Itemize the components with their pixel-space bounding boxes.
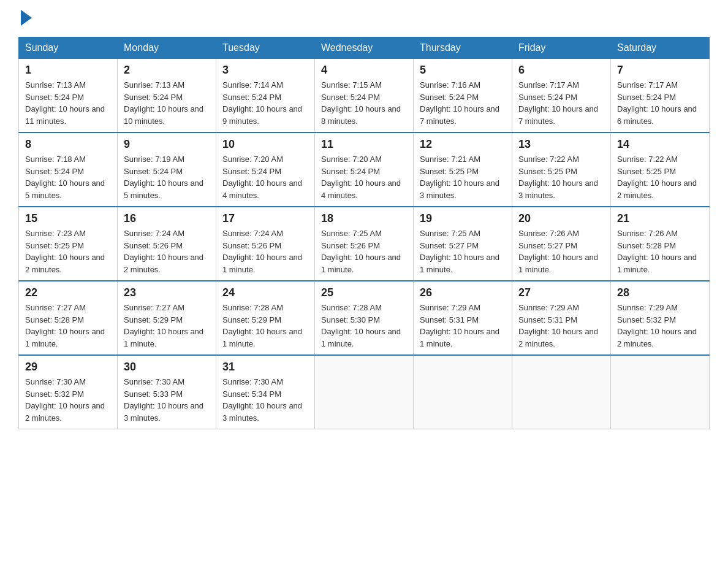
day-number: 3 xyxy=(222,64,308,77)
calendar-cell: 25Sunrise: 7:28 AMSunset: 5:30 PMDayligh… xyxy=(315,281,414,355)
day-number: 16 xyxy=(124,212,210,225)
calendar-cell: 4Sunrise: 7:15 AMSunset: 5:24 PMDaylight… xyxy=(315,59,414,133)
day-info: Sunrise: 7:30 AMSunset: 5:33 PMDaylight:… xyxy=(124,376,210,424)
calendar-cell: 20Sunrise: 7:26 AMSunset: 5:27 PMDayligh… xyxy=(512,207,611,281)
day-number: 2 xyxy=(124,64,210,77)
day-info: Sunrise: 7:29 AMSunset: 5:32 PMDaylight:… xyxy=(617,302,703,350)
calendar-cell: 27Sunrise: 7:29 AMSunset: 5:31 PMDayligh… xyxy=(512,281,611,355)
day-info: Sunrise: 7:22 AMSunset: 5:25 PMDaylight:… xyxy=(518,153,604,201)
calendar-week-row: 29Sunrise: 7:30 AMSunset: 5:32 PMDayligh… xyxy=(19,355,710,429)
calendar-cell: 13Sunrise: 7:22 AMSunset: 5:25 PMDayligh… xyxy=(512,132,611,207)
day-number: 30 xyxy=(124,361,210,373)
day-info: Sunrise: 7:26 AMSunset: 5:27 PMDaylight:… xyxy=(518,228,604,275)
calendar-cell: 26Sunrise: 7:29 AMSunset: 5:31 PMDayligh… xyxy=(414,281,512,355)
header-monday: Monday xyxy=(118,37,216,59)
day-number: 29 xyxy=(25,361,111,373)
calendar-cell xyxy=(414,355,512,429)
day-info: Sunrise: 7:30 AMSunset: 5:34 PMDaylight:… xyxy=(222,376,308,424)
day-info: Sunrise: 7:29 AMSunset: 5:31 PMDaylight:… xyxy=(518,302,604,350)
calendar-cell xyxy=(315,355,414,429)
calendar-header-row: SundayMondayTuesdayWednesdayThursdayFrid… xyxy=(19,37,710,59)
calendar-cell: 10Sunrise: 7:20 AMSunset: 5:24 PMDayligh… xyxy=(216,132,315,207)
header-saturday: Saturday xyxy=(611,37,710,59)
day-number: 13 xyxy=(518,138,604,151)
day-info: Sunrise: 7:16 AMSunset: 5:24 PMDaylight:… xyxy=(420,79,506,127)
day-info: Sunrise: 7:26 AMSunset: 5:28 PMDaylight:… xyxy=(617,228,703,275)
day-info: Sunrise: 7:20 AMSunset: 5:24 PMDaylight:… xyxy=(222,153,308,201)
day-number: 6 xyxy=(518,64,604,77)
day-number: 26 xyxy=(420,286,506,299)
day-info: Sunrise: 7:22 AMSunset: 5:25 PMDaylight:… xyxy=(617,153,703,201)
day-info: Sunrise: 7:24 AMSunset: 5:26 PMDaylight:… xyxy=(124,228,210,275)
calendar-cell: 28Sunrise: 7:29 AMSunset: 5:32 PMDayligh… xyxy=(611,281,710,355)
day-number: 23 xyxy=(124,286,210,299)
calendar-week-row: 1Sunrise: 7:13 AMSunset: 5:24 PMDaylight… xyxy=(19,59,710,133)
calendar-cell: 8Sunrise: 7:18 AMSunset: 5:24 PMDaylight… xyxy=(19,132,118,207)
day-number: 10 xyxy=(222,138,308,151)
calendar-cell: 3Sunrise: 7:14 AMSunset: 5:24 PMDaylight… xyxy=(216,59,315,133)
day-number: 19 xyxy=(420,212,506,225)
day-info: Sunrise: 7:24 AMSunset: 5:26 PMDaylight:… xyxy=(222,228,308,275)
day-number: 1 xyxy=(25,64,111,77)
calendar-cell: 24Sunrise: 7:28 AMSunset: 5:29 PMDayligh… xyxy=(216,281,315,355)
calendar-cell xyxy=(512,355,611,429)
day-number: 18 xyxy=(321,212,407,225)
day-number: 12 xyxy=(420,138,506,151)
day-number: 20 xyxy=(518,212,604,225)
day-number: 28 xyxy=(617,286,703,299)
day-info: Sunrise: 7:19 AMSunset: 5:24 PMDaylight:… xyxy=(124,153,210,201)
day-number: 11 xyxy=(321,138,407,151)
day-number: 31 xyxy=(222,361,308,373)
calendar-week-row: 22Sunrise: 7:27 AMSunset: 5:28 PMDayligh… xyxy=(19,281,710,355)
day-number: 4 xyxy=(321,64,407,77)
day-number: 14 xyxy=(617,138,703,151)
calendar-cell: 18Sunrise: 7:25 AMSunset: 5:26 PMDayligh… xyxy=(315,207,414,281)
day-number: 15 xyxy=(25,212,111,225)
day-number: 7 xyxy=(617,64,703,77)
header-tuesday: Tuesday xyxy=(216,37,315,59)
calendar-cell: 6Sunrise: 7:17 AMSunset: 5:24 PMDaylight… xyxy=(512,59,611,133)
calendar-week-row: 8Sunrise: 7:18 AMSunset: 5:24 PMDaylight… xyxy=(19,132,710,207)
day-info: Sunrise: 7:13 AMSunset: 5:24 PMDaylight:… xyxy=(25,79,111,127)
calendar-cell: 1Sunrise: 7:13 AMSunset: 5:24 PMDaylight… xyxy=(19,59,118,133)
day-info: Sunrise: 7:13 AMSunset: 5:24 PMDaylight:… xyxy=(124,79,210,127)
day-info: Sunrise: 7:25 AMSunset: 5:26 PMDaylight:… xyxy=(321,228,407,275)
day-info: Sunrise: 7:21 AMSunset: 5:25 PMDaylight:… xyxy=(420,153,506,201)
day-info: Sunrise: 7:28 AMSunset: 5:29 PMDaylight:… xyxy=(222,302,308,350)
calendar-cell: 31Sunrise: 7:30 AMSunset: 5:34 PMDayligh… xyxy=(216,355,315,429)
calendar-cell: 22Sunrise: 7:27 AMSunset: 5:28 PMDayligh… xyxy=(19,281,118,355)
calendar-week-row: 15Sunrise: 7:23 AMSunset: 5:25 PMDayligh… xyxy=(19,207,710,281)
calendar-cell: 2Sunrise: 7:13 AMSunset: 5:24 PMDaylight… xyxy=(118,59,216,133)
header-thursday: Thursday xyxy=(414,37,512,59)
calendar-cell: 7Sunrise: 7:17 AMSunset: 5:24 PMDaylight… xyxy=(611,59,710,133)
calendar-table: SundayMondayTuesdayWednesdayThursdayFrid… xyxy=(18,37,710,429)
calendar-cell: 30Sunrise: 7:30 AMSunset: 5:33 PMDayligh… xyxy=(118,355,216,429)
calendar-cell: 11Sunrise: 7:20 AMSunset: 5:24 PMDayligh… xyxy=(315,132,414,207)
day-info: Sunrise: 7:28 AMSunset: 5:30 PMDaylight:… xyxy=(321,302,407,350)
calendar-cell: 19Sunrise: 7:25 AMSunset: 5:27 PMDayligh… xyxy=(414,207,512,281)
day-info: Sunrise: 7:29 AMSunset: 5:31 PMDaylight:… xyxy=(420,302,506,350)
day-info: Sunrise: 7:23 AMSunset: 5:25 PMDaylight:… xyxy=(25,228,111,275)
page-header xyxy=(18,12,710,25)
day-info: Sunrise: 7:17 AMSunset: 5:24 PMDaylight:… xyxy=(617,79,703,127)
day-info: Sunrise: 7:18 AMSunset: 5:24 PMDaylight:… xyxy=(25,153,111,201)
calendar-cell: 29Sunrise: 7:30 AMSunset: 5:32 PMDayligh… xyxy=(19,355,118,429)
day-number: 22 xyxy=(25,286,111,299)
calendar-cell: 14Sunrise: 7:22 AMSunset: 5:25 PMDayligh… xyxy=(611,132,710,207)
day-info: Sunrise: 7:15 AMSunset: 5:24 PMDaylight:… xyxy=(321,79,407,127)
day-info: Sunrise: 7:20 AMSunset: 5:24 PMDaylight:… xyxy=(321,153,407,201)
day-info: Sunrise: 7:17 AMSunset: 5:24 PMDaylight:… xyxy=(518,79,604,127)
day-number: 9 xyxy=(124,138,210,151)
calendar-cell: 16Sunrise: 7:24 AMSunset: 5:26 PMDayligh… xyxy=(118,207,216,281)
day-info: Sunrise: 7:30 AMSunset: 5:32 PMDaylight:… xyxy=(25,376,111,424)
day-number: 17 xyxy=(222,212,308,225)
day-number: 5 xyxy=(420,64,506,77)
day-number: 24 xyxy=(222,286,308,299)
calendar-cell: 5Sunrise: 7:16 AMSunset: 5:24 PMDaylight… xyxy=(414,59,512,133)
header-sunday: Sunday xyxy=(19,37,118,59)
day-number: 8 xyxy=(25,138,111,151)
calendar-cell: 12Sunrise: 7:21 AMSunset: 5:25 PMDayligh… xyxy=(414,132,512,207)
calendar-cell: 9Sunrise: 7:19 AMSunset: 5:24 PMDaylight… xyxy=(118,132,216,207)
day-info: Sunrise: 7:27 AMSunset: 5:28 PMDaylight:… xyxy=(25,302,111,350)
calendar-cell: 21Sunrise: 7:26 AMSunset: 5:28 PMDayligh… xyxy=(611,207,710,281)
